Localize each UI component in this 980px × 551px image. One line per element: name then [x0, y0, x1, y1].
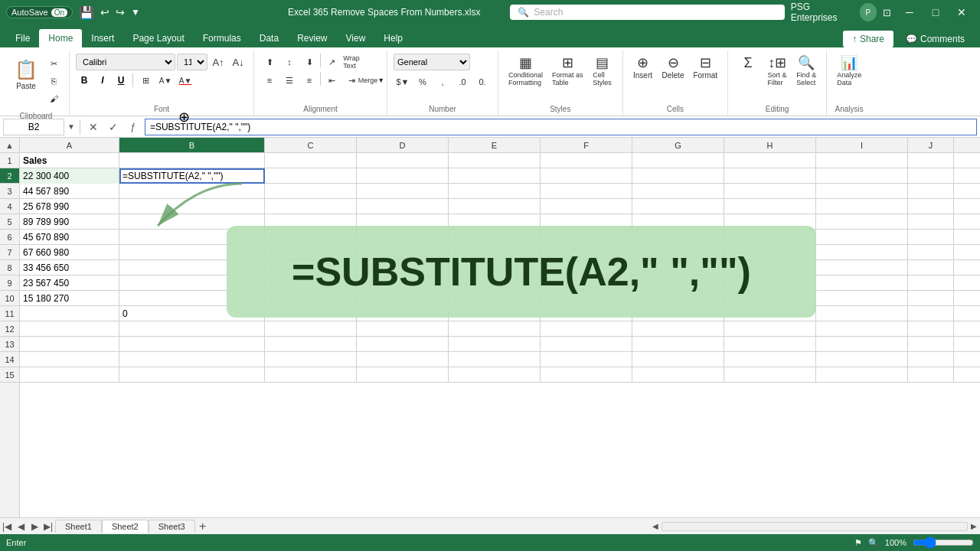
cell-14-A[interactable]	[20, 352, 119, 367]
copy-button[interactable]: ⎘	[44, 73, 63, 90]
cell-4-H[interactable]	[724, 199, 816, 214]
cell-5-I[interactable]	[816, 214, 908, 230]
cell-12-J[interactable]	[908, 321, 954, 337]
formula-bar-dropdown-icon[interactable]: ▼	[67, 122, 75, 131]
cell-4-A[interactable]: 25 678 990	[20, 199, 119, 214]
col-header-b[interactable]: B	[119, 138, 265, 152]
cell-4-J[interactable]	[908, 199, 954, 214]
border-button[interactable]: ⊞	[136, 72, 155, 89]
cell-7-J[interactable]	[908, 245, 954, 260]
cell-13-C[interactable]	[265, 337, 357, 352]
font-size-select[interactable]: 11	[177, 54, 207, 70]
cell-6-J[interactable]	[908, 230, 954, 245]
find-select-button[interactable]: 🔍 Find &Select	[792, 54, 820, 89]
cell-14-E[interactable]	[449, 352, 541, 367]
cell-13-H[interactable]	[724, 337, 816, 352]
cell-7-I[interactable]	[816, 245, 908, 260]
cell-1-I[interactable]	[816, 153, 908, 168]
cell-14-G[interactable]	[632, 352, 724, 367]
analyze-data-button[interactable]: 📊 AnalyzeData	[833, 54, 865, 89]
cell-9-A[interactable]: 23 567 450	[20, 276, 119, 291]
align-top-button[interactable]: ⬆	[260, 54, 279, 70]
sheet-tab-2[interactable]: Sheet2	[102, 520, 149, 533]
cell-12-G[interactable]	[632, 321, 724, 337]
sheet-tab-3[interactable]: Sheet3	[149, 520, 195, 533]
share-button[interactable]: ↑ Share	[843, 31, 893, 47]
close-button[interactable]: ✕	[949, 2, 974, 23]
cell-7-A[interactable]: 67 660 980	[20, 245, 119, 260]
cell-2-D[interactable]	[357, 168, 449, 184]
tab-nav-next[interactable]: ▶	[28, 520, 41, 533]
cell-12-C[interactable]	[265, 321, 357, 337]
formula-input[interactable]	[145, 119, 977, 135]
cell-2-F[interactable]	[541, 168, 632, 184]
cell-3-J[interactable]	[908, 184, 954, 199]
cell-12-D[interactable]	[357, 321, 449, 337]
cell-2-C[interactable]	[265, 168, 357, 184]
increase-font-button[interactable]: A↑	[209, 54, 227, 70]
row-header-9[interactable]: 9	[0, 276, 19, 291]
row-header-2[interactable]: 2	[0, 168, 19, 184]
restore-window-icon[interactable]: ⊡	[883, 7, 891, 18]
align-center-button[interactable]: ☰	[280, 72, 299, 89]
cell-12-B[interactable]	[119, 321, 265, 337]
scroll-left-button[interactable]: ◀	[649, 520, 662, 533]
cell-15-C[interactable]	[265, 367, 357, 383]
tab-view[interactable]: View	[337, 29, 375, 47]
cell-12-I[interactable]	[816, 321, 908, 337]
cell-4-I[interactable]	[816, 199, 908, 214]
delete-button[interactable]: ⊖ Delete	[658, 54, 688, 82]
horizontal-scrollbar[interactable]	[662, 522, 968, 531]
comma-button[interactable]: ,	[433, 73, 452, 90]
cut-button[interactable]: ✂	[44, 55, 63, 72]
cell-12-E[interactable]	[449, 321, 541, 337]
maximize-button[interactable]: □	[923, 2, 948, 23]
currency-button[interactable]: $▼	[394, 73, 412, 90]
cell-12-H[interactable]	[724, 321, 816, 337]
redo-icon[interactable]: ↪	[116, 6, 125, 18]
cell-4-F[interactable]	[541, 199, 632, 214]
search-bar[interactable]: 🔍 Search	[510, 5, 784, 20]
cell-13-J[interactable]	[908, 337, 954, 352]
row-header-8[interactable]: 8	[0, 260, 19, 276]
cell-3-C[interactable]	[265, 184, 357, 199]
align-left-button[interactable]: ≡	[260, 72, 279, 89]
row-header-3[interactable]: 3	[0, 184, 19, 199]
cell-4-E[interactable]	[449, 199, 541, 214]
cell-11-J[interactable]	[908, 306, 954, 321]
col-header-j[interactable]: J	[908, 138, 954, 152]
paste-button[interactable]: 📋 Paste	[9, 54, 43, 95]
cell-13-G[interactable]	[632, 337, 724, 352]
cell-2-E[interactable]	[449, 168, 541, 184]
tab-insert[interactable]: Insert	[82, 29, 123, 47]
row-header-15[interactable]: 15	[0, 367, 19, 383]
cell-2-I[interactable]	[816, 168, 908, 184]
row-header-5[interactable]: 5	[0, 214, 19, 230]
orientation-button[interactable]: ↗	[322, 54, 341, 70]
cell-8-I[interactable]	[816, 260, 908, 276]
tab-data[interactable]: Data	[250, 29, 288, 47]
cell-11-I[interactable]	[816, 306, 908, 321]
row-header-7[interactable]: 7	[0, 245, 19, 260]
cell-2-G[interactable]	[632, 168, 724, 184]
row-header-1[interactable]: 1	[0, 153, 19, 168]
cell-4-C[interactable]	[265, 199, 357, 214]
cell-13-A[interactable]	[20, 337, 119, 352]
cell-6-I[interactable]	[816, 230, 908, 245]
align-bottom-button[interactable]: ⬇	[300, 54, 318, 70]
insert-function-button[interactable]: ƒ	[125, 119, 142, 135]
increase-decimal-button[interactable]: .0	[453, 73, 472, 90]
row-header-10[interactable]: 10	[0, 291, 19, 306]
cell-15-B[interactable]	[119, 367, 265, 383]
insert-button[interactable]: ⊕ Insert	[629, 54, 657, 82]
row-header-4[interactable]: 4	[0, 199, 19, 214]
cell-1-G[interactable]	[632, 153, 724, 168]
format-painter-button[interactable]: 🖌	[44, 90, 63, 107]
tab-file[interactable]: File	[6, 29, 39, 47]
cell-2-H[interactable]	[724, 168, 816, 184]
undo-icon[interactable]: ↩	[100, 6, 109, 18]
confirm-formula-button[interactable]: ✓	[105, 119, 122, 135]
tab-formulas[interactable]: Formulas	[194, 29, 250, 47]
cell-10-A[interactable]: 15 180 270	[20, 291, 119, 306]
cell-1-D[interactable]	[357, 153, 449, 168]
